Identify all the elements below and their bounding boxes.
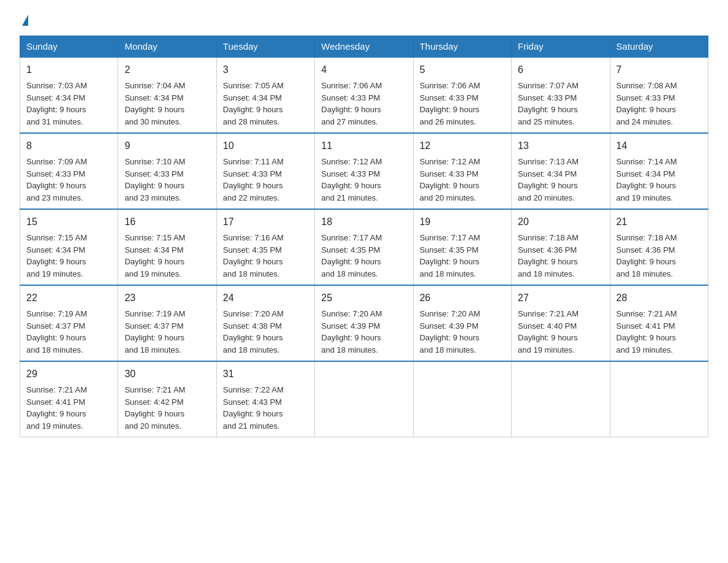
day-info: Sunrise: 7:20 AMSunset: 4:38 PMDaylight:… [223, 309, 284, 354]
calendar-cell: 29 Sunrise: 7:21 AMSunset: 4:41 PMDaylig… [20, 361, 118, 437]
calendar-cell: 2 Sunrise: 7:04 AMSunset: 4:34 PMDayligh… [118, 57, 216, 133]
day-number: 24 [223, 291, 308, 305]
calendar-cell: 14 Sunrise: 7:14 AMSunset: 4:34 PMDaylig… [610, 133, 708, 209]
calendar-header-sunday: Sunday [20, 36, 118, 58]
day-info: Sunrise: 7:19 AMSunset: 4:37 PMDaylight:… [124, 309, 185, 354]
calendar-cell [610, 361, 708, 437]
day-info: Sunrise: 7:20 AMSunset: 4:39 PMDaylight:… [321, 309, 382, 354]
day-info: Sunrise: 7:21 AMSunset: 4:41 PMDaylight:… [616, 309, 677, 354]
calendar-cell: 3 Sunrise: 7:05 AMSunset: 4:34 PMDayligh… [216, 57, 314, 133]
calendar-cell: 1 Sunrise: 7:03 AMSunset: 4:34 PMDayligh… [20, 57, 118, 133]
day-number: 7 [616, 63, 702, 77]
calendar-cell: 19 Sunrise: 7:17 AMSunset: 4:35 PMDaylig… [413, 209, 511, 285]
calendar-cell [315, 361, 413, 437]
day-number: 9 [124, 139, 210, 153]
day-info: Sunrise: 7:22 AMSunset: 4:43 PMDaylight:… [223, 385, 284, 431]
day-number: 15 [26, 215, 112, 229]
day-number: 4 [321, 63, 406, 77]
day-info: Sunrise: 7:17 AMSunset: 4:35 PMDaylight:… [321, 233, 382, 278]
day-info: Sunrise: 7:05 AMSunset: 4:34 PMDaylight:… [223, 81, 284, 126]
day-number: 27 [518, 291, 603, 305]
day-info: Sunrise: 7:21 AMSunset: 4:41 PMDaylight:… [26, 385, 87, 431]
calendar-cell: 15 Sunrise: 7:15 AMSunset: 4:34 PMDaylig… [20, 209, 118, 285]
calendar-cell: 5 Sunrise: 7:06 AMSunset: 4:33 PMDayligh… [413, 57, 511, 133]
logo-triangle-icon [22, 15, 28, 26]
day-number: 19 [420, 215, 505, 229]
day-number: 29 [26, 367, 112, 381]
calendar-header-row: SundayMondayTuesdayWednesdayThursdayFrid… [20, 36, 708, 58]
day-number: 18 [321, 215, 406, 229]
day-info: Sunrise: 7:04 AMSunset: 4:34 PMDaylight:… [124, 81, 185, 126]
day-info: Sunrise: 7:21 AMSunset: 4:40 PMDaylight:… [518, 309, 578, 354]
day-info: Sunrise: 7:14 AMSunset: 4:34 PMDaylight:… [616, 157, 677, 202]
calendar-header-tuesday: Tuesday [216, 36, 314, 58]
day-number: 6 [518, 63, 603, 77]
calendar-cell: 17 Sunrise: 7:16 AMSunset: 4:35 PMDaylig… [216, 209, 314, 285]
day-info: Sunrise: 7:08 AMSunset: 4:33 PMDaylight:… [616, 81, 677, 126]
day-info: Sunrise: 7:11 AMSunset: 4:33 PMDaylight:… [223, 157, 284, 202]
day-info: Sunrise: 7:16 AMSunset: 4:35 PMDaylight:… [223, 233, 284, 278]
day-info: Sunrise: 7:12 AMSunset: 4:33 PMDaylight:… [321, 157, 382, 202]
calendar-header-saturday: Saturday [610, 36, 708, 58]
day-number: 5 [420, 63, 505, 77]
day-info: Sunrise: 7:17 AMSunset: 4:35 PMDaylight:… [420, 233, 480, 278]
day-number: 26 [420, 291, 505, 305]
day-info: Sunrise: 7:15 AMSunset: 4:34 PMDaylight:… [26, 233, 87, 278]
day-number: 22 [26, 291, 112, 305]
calendar-cell: 21 Sunrise: 7:18 AMSunset: 4:36 PMDaylig… [610, 209, 708, 285]
calendar-header-friday: Friday [512, 36, 610, 58]
calendar-week-row: 8 Sunrise: 7:09 AMSunset: 4:33 PMDayligh… [20, 133, 708, 209]
day-info: Sunrise: 7:15 AMSunset: 4:34 PMDaylight:… [124, 233, 185, 278]
day-info: Sunrise: 7:06 AMSunset: 4:33 PMDaylight:… [321, 81, 382, 126]
day-info: Sunrise: 7:10 AMSunset: 4:33 PMDaylight:… [124, 157, 185, 202]
calendar-cell: 16 Sunrise: 7:15 AMSunset: 4:34 PMDaylig… [118, 209, 216, 285]
calendar-cell: 31 Sunrise: 7:22 AMSunset: 4:43 PMDaylig… [216, 361, 314, 437]
day-info: Sunrise: 7:13 AMSunset: 4:34 PMDaylight:… [518, 157, 578, 202]
calendar-week-row: 1 Sunrise: 7:03 AMSunset: 4:34 PMDayligh… [20, 57, 708, 133]
calendar-cell: 22 Sunrise: 7:19 AMSunset: 4:37 PMDaylig… [20, 285, 118, 361]
day-info: Sunrise: 7:03 AMSunset: 4:34 PMDaylight:… [26, 81, 87, 126]
calendar-cell: 24 Sunrise: 7:20 AMSunset: 4:38 PMDaylig… [216, 285, 314, 361]
day-number: 28 [616, 291, 702, 305]
calendar-cell: 6 Sunrise: 7:07 AMSunset: 4:33 PMDayligh… [512, 57, 610, 133]
day-info: Sunrise: 7:09 AMSunset: 4:33 PMDaylight:… [26, 157, 87, 202]
calendar-cell: 25 Sunrise: 7:20 AMSunset: 4:39 PMDaylig… [315, 285, 413, 361]
calendar-cell: 4 Sunrise: 7:06 AMSunset: 4:33 PMDayligh… [315, 57, 413, 133]
day-number: 23 [124, 291, 210, 305]
day-number: 21 [616, 215, 702, 229]
day-info: Sunrise: 7:21 AMSunset: 4:42 PMDaylight:… [124, 385, 185, 431]
day-number: 17 [223, 215, 308, 229]
calendar-cell: 13 Sunrise: 7:13 AMSunset: 4:34 PMDaylig… [512, 133, 610, 209]
calendar-week-row: 15 Sunrise: 7:15 AMSunset: 4:34 PMDaylig… [20, 209, 708, 285]
day-number: 16 [124, 215, 210, 229]
calendar-cell: 9 Sunrise: 7:10 AMSunset: 4:33 PMDayligh… [118, 133, 216, 209]
calendar-cell: 20 Sunrise: 7:18 AMSunset: 4:36 PMDaylig… [512, 209, 610, 285]
calendar-cell: 10 Sunrise: 7:11 AMSunset: 4:33 PMDaylig… [216, 133, 314, 209]
calendar-cell: 27 Sunrise: 7:21 AMSunset: 4:40 PMDaylig… [512, 285, 610, 361]
page-header [20, 15, 708, 26]
day-number: 25 [321, 291, 406, 305]
calendar-header-thursday: Thursday [413, 36, 511, 58]
calendar-week-row: 29 Sunrise: 7:21 AMSunset: 4:41 PMDaylig… [20, 361, 708, 437]
calendar-table: SundayMondayTuesdayWednesdayThursdayFrid… [20, 36, 708, 437]
calendar-cell: 28 Sunrise: 7:21 AMSunset: 4:41 PMDaylig… [610, 285, 708, 361]
day-number: 11 [321, 139, 406, 153]
day-info: Sunrise: 7:06 AMSunset: 4:33 PMDaylight:… [420, 81, 480, 126]
day-info: Sunrise: 7:18 AMSunset: 4:36 PMDaylight:… [616, 233, 677, 278]
day-info: Sunrise: 7:20 AMSunset: 4:39 PMDaylight:… [420, 309, 480, 354]
day-number: 3 [223, 63, 308, 77]
day-number: 2 [124, 63, 210, 77]
day-number: 20 [518, 215, 603, 229]
day-number: 10 [223, 139, 308, 153]
calendar-header-monday: Monday [118, 36, 216, 58]
day-info: Sunrise: 7:18 AMSunset: 4:36 PMDaylight:… [518, 233, 578, 278]
calendar-cell: 12 Sunrise: 7:12 AMSunset: 4:33 PMDaylig… [413, 133, 511, 209]
logo [20, 15, 28, 26]
day-number: 12 [420, 139, 505, 153]
calendar-header-wednesday: Wednesday [315, 36, 413, 58]
calendar-week-row: 22 Sunrise: 7:19 AMSunset: 4:37 PMDaylig… [20, 285, 708, 361]
day-number: 30 [124, 367, 210, 381]
calendar-cell: 30 Sunrise: 7:21 AMSunset: 4:42 PMDaylig… [118, 361, 216, 437]
calendar-cell: 23 Sunrise: 7:19 AMSunset: 4:37 PMDaylig… [118, 285, 216, 361]
day-info: Sunrise: 7:07 AMSunset: 4:33 PMDaylight:… [518, 81, 578, 126]
